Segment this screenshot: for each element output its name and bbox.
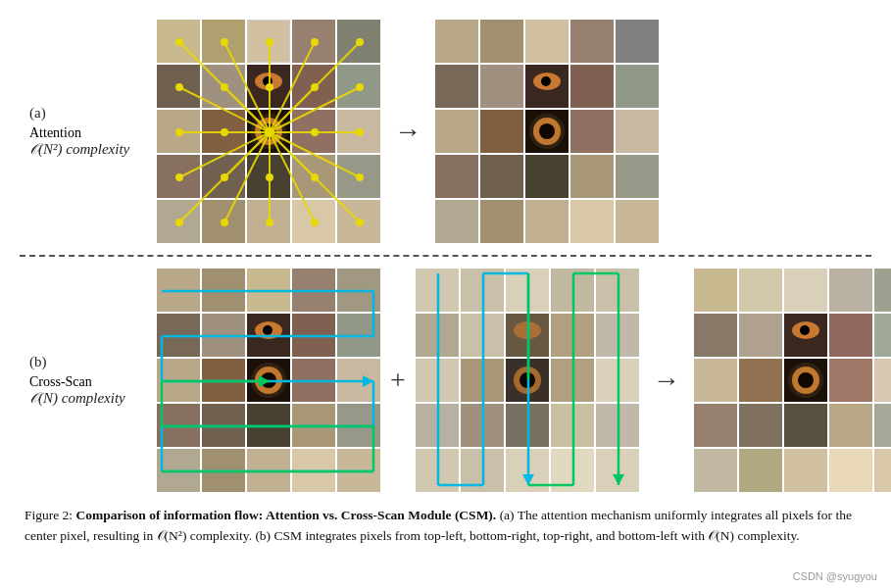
cell: [435, 200, 478, 243]
main-container: (a) Attention 𝒪(N²) complexity: [0, 0, 891, 588]
attention-label: Attention: [29, 125, 81, 141]
cell: [551, 269, 594, 312]
cell: [525, 20, 569, 63]
grid-a1-wrapper: [157, 20, 380, 243]
cell: [784, 449, 827, 492]
crossscan-label: Cross-Scan: [29, 374, 92, 390]
cell: [596, 449, 639, 492]
cell: [525, 155, 569, 198]
cell: [202, 404, 245, 447]
cell: [416, 404, 459, 447]
cell: [202, 110, 245, 153]
cell: [551, 404, 594, 447]
cell: [202, 200, 245, 243]
cell: [551, 359, 594, 402]
complexity-label-a: 𝒪(N²) complexity: [29, 141, 129, 158]
cell: [157, 20, 200, 63]
cell: [337, 404, 380, 447]
cell: [551, 449, 594, 492]
cell: [739, 404, 782, 447]
cell: [694, 359, 737, 402]
cell: [506, 449, 549, 492]
cell: [247, 449, 290, 492]
grid-b2-wrapper: [416, 269, 639, 492]
cell: [694, 269, 737, 312]
caption-bold: Comparison of information flow: Attentio…: [76, 508, 497, 522]
cell: [337, 200, 380, 243]
cell: [247, 20, 290, 63]
cell: [416, 449, 459, 492]
cell: [739, 449, 782, 492]
cell: [292, 110, 335, 153]
cell: [461, 404, 504, 447]
cell: [480, 155, 523, 198]
label-area-b: (b) Cross-Scan 𝒪(N) complexity: [20, 354, 157, 407]
cell: [874, 269, 891, 312]
cell: [616, 20, 659, 63]
cell: [461, 314, 504, 357]
caption-text3: complexity.: [734, 528, 800, 543]
grid-b1: [157, 269, 380, 492]
cell: [480, 110, 523, 153]
plus-sign: +: [390, 365, 406, 396]
caption-text2: complexity. (b) CSM integrates pixels fr…: [186, 528, 708, 543]
cell: [784, 404, 827, 447]
cell: [829, 404, 872, 447]
cell: [480, 65, 523, 108]
cell: [157, 110, 200, 153]
cell: [616, 200, 659, 243]
grid-b3: [694, 269, 891, 492]
cell: [247, 404, 290, 447]
cell: [506, 359, 549, 402]
cell: [435, 65, 478, 108]
cell: [292, 404, 335, 447]
cell: [829, 314, 872, 357]
cell: [202, 65, 245, 108]
complexity-label-b: 𝒪(N) complexity: [29, 390, 125, 407]
cell: [157, 449, 200, 492]
cell: [784, 359, 827, 402]
cell: [616, 110, 659, 153]
cell: [292, 155, 335, 198]
cell: [337, 65, 380, 108]
part-label-a: (a): [29, 105, 46, 122]
cell: [570, 20, 614, 63]
cell: [202, 359, 245, 402]
cell: [337, 110, 380, 153]
cell: [596, 269, 639, 312]
cell: [337, 314, 380, 357]
cell: [247, 155, 290, 198]
cell: [416, 314, 459, 357]
cell: [829, 269, 872, 312]
cell: [570, 155, 614, 198]
cell: [480, 20, 523, 63]
cell: [157, 155, 200, 198]
caption-math1: 𝒪(N²): [157, 528, 187, 543]
cell: [570, 200, 614, 243]
cell: [506, 404, 549, 447]
cell: [247, 110, 290, 153]
cell: [874, 449, 891, 492]
cell: [337, 269, 380, 312]
cell: [247, 269, 290, 312]
section-a: (a) Attention 𝒪(N²) complexity: [20, 10, 871, 251]
cell: [480, 200, 523, 243]
cell: [292, 359, 335, 402]
dashed-divider: [20, 255, 871, 257]
cell: [247, 314, 290, 357]
cell: [551, 314, 594, 357]
cell: [829, 449, 872, 492]
cell: [694, 449, 737, 492]
cell: [829, 359, 872, 402]
cell: [202, 155, 245, 198]
figure-number: Figure 2:: [25, 508, 73, 522]
watermark: CSDN @syugyou: [793, 570, 877, 582]
cell: [525, 65, 569, 108]
cell: [874, 404, 891, 447]
grid-a1: [157, 20, 380, 243]
cell: [435, 155, 478, 198]
cell: [202, 269, 245, 312]
cell: [157, 314, 200, 357]
cell: [461, 359, 504, 402]
cell: [292, 200, 335, 243]
